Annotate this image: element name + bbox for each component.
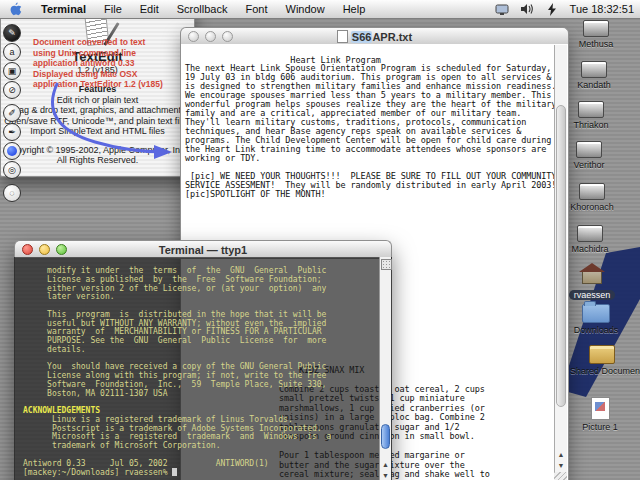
- scrollbar-arrows: ▲ ▼: [555, 449, 567, 471]
- eraser-icon: ⊘: [8, 85, 16, 95]
- scrollbar-thumb[interactable]: [556, 105, 566, 407]
- stamp-tool[interactable]: ▣: [3, 62, 21, 80]
- folder-icon: [582, 304, 610, 323]
- acknowledgements-text: Linux is a registered trademark of Linus…: [23, 415, 331, 468]
- pen-tool[interactable]: ✒: [3, 123, 21, 141]
- terminal-text[interactable]: modify it under the terms of the GNU Gen…: [23, 267, 377, 478]
- desktop-icon-methusa[interactable]: Methusa: [564, 20, 628, 49]
- menu-font[interactable]: Font: [236, 0, 276, 18]
- pencil-tool[interactable]: ✎: [3, 24, 21, 42]
- blue-arrow-annotation: [40, 80, 190, 170]
- crosshair-tool[interactable]: ◌: [3, 184, 21, 202]
- resize-grip[interactable]: [554, 472, 567, 480]
- zoom-button[interactable]: [222, 31, 233, 42]
- minimize-button[interactable]: [205, 31, 216, 42]
- text-icon: a: [9, 47, 14, 57]
- pen-icon: ✒: [8, 127, 16, 137]
- terminal-window: Terminal — ttyp1 modify it under the ter…: [14, 240, 392, 480]
- apple-menu[interactable]: [8, 2, 22, 16]
- icon-label: Methusa: [564, 39, 628, 49]
- menu-bar-clock[interactable]: Tue 18:32:51: [570, 3, 634, 15]
- menu-window[interactable]: Window: [277, 0, 334, 18]
- document-text[interactable]: Heart Link Program The next Heart Link S…: [185, 56, 556, 199]
- menu-bar: Terminal File Edit Scrollback Font Windo…: [0, 0, 640, 19]
- picture-file-icon: [591, 397, 610, 420]
- menu-extras: Tue 18:32:51: [495, 3, 640, 16]
- apple-logo-icon: [9, 2, 22, 16]
- terminal-scrollbar-widget[interactable]: [381, 259, 392, 270]
- icon-label: Downloads: [564, 325, 628, 335]
- zoom-button[interactable]: [56, 244, 67, 255]
- desktop: Methusa Kandath Thriakon Verithor Khoron…: [0, 0, 640, 480]
- terminal-scrollbar[interactable]: ▲ ▼: [379, 257, 391, 480]
- close-button[interactable]: [22, 244, 33, 255]
- menu-help[interactable]: Help: [334, 0, 375, 18]
- license-text: modify it under the terms of the GNU Gen…: [23, 266, 326, 398]
- scroll-up-arrow[interactable]: ▲: [555, 449, 567, 460]
- menu-app-name[interactable]: Terminal: [32, 0, 95, 18]
- documents-box-icon: [589, 345, 615, 364]
- hard-drive-icon: [576, 141, 602, 158]
- scroll-down-arrow[interactable]: ▼: [380, 470, 391, 480]
- textedit-scrollbar[interactable]: ▲ ▼: [554, 45, 567, 480]
- document-proxy-icon[interactable]: [337, 30, 348, 43]
- scrollbar-arrows: ▲ ▼: [380, 459, 391, 480]
- crosshair-icon: ◌: [9, 188, 14, 198]
- desktop-icon-picture-1[interactable]: Picture 1: [568, 397, 632, 432]
- brush-icon: ✐: [8, 108, 16, 118]
- hard-drive-icon: [583, 20, 609, 37]
- brush-tool[interactable]: ✐: [3, 104, 21, 122]
- close-button[interactable]: [188, 31, 199, 42]
- text-tool[interactable]: a: [3, 43, 21, 61]
- window-title: S66APR.txt: [181, 30, 568, 43]
- menu-edit[interactable]: Edit: [131, 0, 168, 18]
- icon-label: Khoronach: [560, 202, 624, 212]
- window-controls: [188, 31, 233, 42]
- desktop-icon-rvaessen[interactable]: rvaessen: [560, 263, 624, 302]
- shell-prompt: [mackey:~/Downloads] rvaessen%: [23, 468, 172, 477]
- acknowledgements-heading: ACKNOWLEDGEMENTS: [23, 406, 100, 415]
- zoom-tool[interactable]: ◎: [3, 161, 21, 179]
- displays-menu-icon[interactable]: [495, 3, 510, 16]
- scroll-up-arrow[interactable]: ▲: [380, 459, 391, 470]
- scrollbar-thumb[interactable]: [381, 424, 390, 449]
- blue-color-swatch-icon: [7, 146, 17, 156]
- hard-drive-icon: [578, 101, 604, 118]
- window-controls: [22, 244, 67, 255]
- desktop-icon-kandath[interactable]: Kandath: [562, 61, 626, 90]
- home-folder-icon: [579, 263, 605, 284]
- icon-label: Kandath: [562, 80, 626, 90]
- icon-label-selected: rvaessen: [569, 290, 616, 300]
- color-swatch-tool[interactable]: [3, 142, 21, 160]
- terminal-content-area[interactable]: modify it under the terms of the GNU Gen…: [14, 257, 392, 480]
- battery-menu-icon[interactable]: [545, 3, 560, 16]
- scroll-down-arrow[interactable]: ▼: [555, 460, 567, 471]
- terminal-cursor: [172, 468, 177, 476]
- icon-label: Picture 1: [568, 422, 632, 432]
- desktop-icon-shared-documents[interactable]: Shared Documents: [570, 345, 634, 376]
- zoom-icon: ◎: [8, 165, 16, 175]
- menu-scrollback[interactable]: Scrollback: [168, 0, 237, 18]
- desktop-icon-khoronach[interactable]: Khoronach: [560, 183, 624, 212]
- icon-label: Shared Documents: [570, 366, 634, 376]
- minimize-button[interactable]: [39, 244, 50, 255]
- volume-menu-icon[interactable]: [520, 3, 535, 16]
- hard-drive-icon: [579, 183, 605, 200]
- menu-file[interactable]: File: [95, 0, 131, 18]
- window-title: Terminal — ttyp1: [15, 244, 391, 256]
- hard-drive-icon: [577, 225, 603, 242]
- pencil-icon: ✎: [8, 28, 16, 38]
- stamp-icon: ▣: [8, 66, 17, 76]
- hard-drive-icon: [581, 61, 607, 78]
- eraser-tool[interactable]: ⊘: [3, 81, 21, 99]
- desktop-icon-downloads[interactable]: Downloads: [564, 304, 628, 335]
